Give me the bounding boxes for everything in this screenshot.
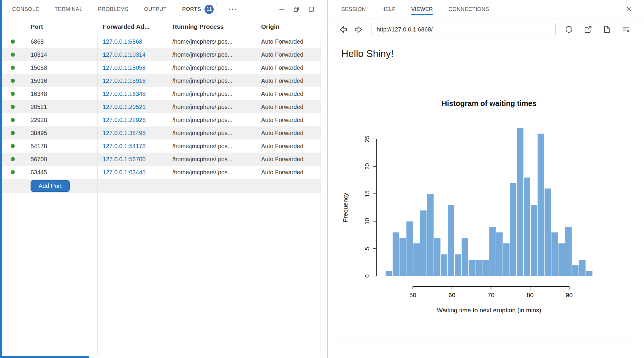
forwarded-address-link[interactable]: 127.0.0.1:22928	[97, 117, 167, 123]
histogram-bar	[420, 210, 427, 276]
port-cell: 15916	[25, 77, 97, 84]
tab-ports[interactable]: PORTS 11	[179, 3, 217, 16]
table-row[interactable]: 16348 127.0.0.1:16348 /home/jmcphers/.po…	[0, 87, 321, 100]
tab-problems[interactable]: PROBLEMS	[95, 4, 132, 15]
histogram-bar	[455, 254, 461, 276]
tab-terminal[interactable]: TERMINAL	[51, 4, 86, 15]
histogram-bar	[579, 260, 586, 276]
tab-connections[interactable]: CONNECTIONS	[448, 3, 489, 15]
table-row[interactable]: 38495 127.0.0.1:38495 /home/jmcphers/.po…	[0, 126, 321, 140]
close-panel-button[interactable]	[626, 6, 633, 13]
forwarded-address-link[interactable]: 127.0.0.1:10314	[97, 51, 167, 58]
x-tick-label: 70	[488, 292, 494, 298]
histogram-bar	[413, 243, 420, 276]
forwarded-address-link[interactable]: 127.0.0.1:16348	[97, 91, 167, 97]
forwarded-address-link[interactable]: 127.0.0.1:15058	[97, 64, 167, 71]
column-divider	[321, 35, 321, 355]
tab-viewer[interactable]: VIEWER	[411, 3, 433, 15]
port-active-dot-icon	[11, 66, 15, 70]
histogram-bar	[572, 265, 579, 276]
table-row[interactable]: 22928 127.0.0.1:22928 /home/jmcphers/.po…	[0, 113, 321, 126]
port-cell: 10314	[25, 51, 97, 58]
histogram-bar	[427, 194, 434, 276]
table-row[interactable]: 56700 127.0.0.1:56700 /home/jmcphers/.po…	[0, 153, 321, 166]
page-title: Hello Shiny!	[341, 48, 394, 59]
running-process-cell: /home/jmcphers/.pos...	[167, 169, 256, 176]
histogram-bar	[461, 238, 468, 276]
port-cell: 16348	[25, 91, 97, 97]
forward-button[interactable]	[354, 25, 363, 34]
port-cell: 63445	[25, 169, 97, 176]
origin-cell: Auto Forwarded	[256, 38, 321, 45]
port-active-dot-icon	[11, 79, 15, 83]
restore-button[interactable]	[293, 6, 300, 13]
forwarded-address-link[interactable]: 127.0.0.1:20521	[97, 104, 167, 110]
viewer-toolbar-actions	[564, 25, 630, 34]
table-row[interactable]: 20521 127.0.0.1:20521 /home/jmcphers/.po…	[0, 100, 321, 113]
table-row[interactable]: 63445 127.0.0.1:63445 /home/jmcphers/.po…	[0, 166, 321, 179]
ports-count-badge: 11	[204, 5, 214, 14]
refresh-button[interactable]	[564, 25, 573, 34]
histogram-bar	[503, 243, 510, 276]
maximize-button[interactable]	[308, 6, 315, 13]
histogram-bar	[475, 260, 482, 276]
clear-button[interactable]	[621, 25, 630, 34]
histogram-bar	[537, 134, 544, 276]
origin-cell: Auto Forwarded	[256, 169, 321, 176]
port-active-dot-icon	[11, 131, 15, 135]
port-active-dot-icon	[11, 105, 15, 109]
histogram-bar	[489, 227, 496, 276]
port-active-dot-icon	[11, 118, 15, 122]
forwarded-address-link[interactable]: 127.0.0.1:15916	[97, 77, 167, 84]
forwarded-address-link[interactable]: 127.0.0.1:38495	[97, 130, 167, 137]
open-editor-button[interactable]	[602, 25, 611, 34]
port-cell: 20521	[25, 104, 97, 110]
open-external-button[interactable]	[583, 25, 592, 34]
x-axis-label: Waiting time to next eruption (in mins)	[437, 307, 541, 313]
viewer-content: Hello Shiny! 05101520255060708090Histogr…	[328, 40, 644, 358]
restore-icon	[293, 6, 300, 13]
right-panel-tabbar: SESSION HELP VIEWER CONNECTIONS	[328, 0, 644, 18]
histogram-bar	[524, 177, 530, 276]
close-icon	[626, 6, 633, 13]
url-input[interactable]	[372, 23, 556, 36]
origin-cell: Auto Forwarded	[256, 64, 321, 71]
add-port-button[interactable]: Add Port	[31, 180, 70, 192]
port-active-dot-icon	[11, 144, 15, 148]
tab-session[interactable]: SESSION	[341, 3, 366, 15]
more-actions-button[interactable]: ⋯	[226, 5, 239, 13]
ports-panel: CONSOLE TERMINAL PROBLEMS OUTPUT PORTS 1…	[0, 0, 327, 358]
histogram-bar	[531, 205, 537, 276]
window-controls	[278, 6, 327, 13]
back-button[interactable]	[338, 25, 348, 34]
tab-help[interactable]: HELP	[381, 3, 396, 15]
histogram-bar	[441, 254, 448, 276]
table-row[interactable]: 15916 127.0.0.1:15916 /home/jmcphers/.po…	[0, 74, 321, 87]
forwarded-address-link[interactable]: 127.0.0.1:6868	[97, 38, 167, 45]
back-arrow-icon	[338, 25, 348, 34]
histogram-bar	[448, 205, 454, 276]
running-process-cell: /home/jmcphers/.pos...	[167, 156, 256, 163]
running-process-cell: /home/jmcphers/.pos...	[167, 104, 256, 110]
panel-focus-border-left	[0, 0, 2, 358]
tab-output[interactable]: OUTPUT	[141, 4, 170, 15]
table-row[interactable]: 54178 127.0.0.1:54178 /home/jmcphers/.po…	[0, 140, 321, 153]
tab-console[interactable]: CONSOLE	[9, 4, 42, 15]
minimize-button[interactable]	[278, 6, 285, 13]
histogram-bar	[392, 232, 399, 276]
histogram-bar	[434, 238, 441, 276]
histogram-bar	[399, 238, 406, 276]
table-row[interactable]: 10314 127.0.0.1:10314 /home/jmcphers/.po…	[0, 48, 321, 61]
app-window: CONSOLE TERMINAL PROBLEMS OUTPUT PORTS 1…	[0, 0, 644, 358]
forwarded-address-link[interactable]: 127.0.0.1:63445	[97, 169, 167, 176]
forwarded-address-link[interactable]: 127.0.0.1:56700	[97, 156, 167, 163]
table-row[interactable]: 15058 127.0.0.1:15058 /home/jmcphers/.po…	[0, 61, 321, 74]
forwarded-address-link[interactable]: 127.0.0.1:54178	[97, 143, 167, 150]
x-tick-label: 60	[448, 292, 455, 298]
x-tick-label: 80	[527, 292, 534, 298]
table-row[interactable]: 6868 127.0.0.1:6868 /home/jmcphers/.pos.…	[0, 35, 321, 48]
y-tick-label: 10	[364, 218, 370, 224]
histogram-bar	[551, 232, 558, 276]
origin-cell: Auto Forwarded	[256, 117, 321, 123]
port-cell: 15058	[25, 64, 97, 71]
